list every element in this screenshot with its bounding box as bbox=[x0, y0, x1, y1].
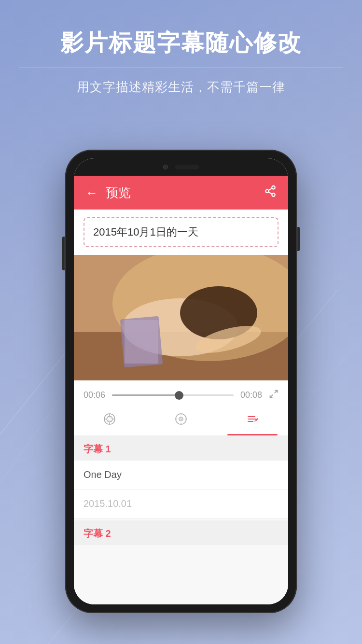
bottom-tabs bbox=[74, 407, 288, 436]
timeline-start: 00:06 bbox=[84, 390, 105, 400]
subtitle-1-title: 字幕 1 bbox=[84, 444, 111, 454]
timeline-track[interactable] bbox=[112, 394, 234, 396]
subtitle-1-field-2[interactable]: 2015.10.01 bbox=[74, 490, 288, 518]
back-button[interactable]: ← bbox=[85, 185, 98, 200]
share-button[interactable] bbox=[264, 185, 277, 200]
svg-line-8 bbox=[268, 192, 272, 194]
title-input[interactable]: 2015年10月1日的一天 bbox=[84, 217, 278, 247]
sub-title: 用文字描述精彩生活，不需千篇一律 bbox=[19, 79, 343, 96]
subtitle-list: 字幕 1 One Day 2015.10.01 字幕 2 bbox=[74, 436, 288, 604]
music-icon bbox=[174, 412, 188, 430]
subtitle-section-1-header: 字幕 1 bbox=[74, 436, 288, 461]
edit-icon bbox=[245, 412, 260, 430]
subtitle-section-2-header: 字幕 2 bbox=[74, 520, 288, 545]
subtitle-1-value-2: 2015.10.01 bbox=[84, 498, 132, 509]
timeline-thumb[interactable] bbox=[175, 391, 183, 400]
title-input-area: 2015年10月1日的一天 bbox=[74, 210, 288, 255]
phone-camera-bar bbox=[74, 158, 288, 176]
app-screen: ← 预览 2015年10月1日的一天 bbox=[74, 176, 288, 604]
top-section: 影片标题字幕随心修改 用文字描述精彩生活，不需千篇一律 bbox=[0, 29, 362, 96]
svg-rect-17 bbox=[125, 320, 158, 364]
divider bbox=[19, 68, 343, 68]
filter-icon bbox=[102, 412, 117, 430]
svg-line-19 bbox=[270, 395, 273, 398]
expand-button[interactable] bbox=[269, 389, 278, 401]
video-content-svg bbox=[74, 255, 288, 380]
timeline-fill bbox=[112, 394, 179, 396]
svg-line-36 bbox=[255, 420, 255, 422]
video-preview bbox=[74, 255, 288, 380]
subtitle-1-value-1: One Day bbox=[84, 469, 122, 480]
app-header: ← 预览 bbox=[74, 176, 288, 210]
front-camera bbox=[163, 165, 168, 169]
timeline-area: 00:06 00:08 bbox=[74, 380, 288, 407]
phone-screen: ← 预览 2015年10月1日的一天 bbox=[74, 158, 288, 604]
phone-volume-button bbox=[62, 237, 65, 270]
svg-line-18 bbox=[275, 391, 278, 393]
tab-subtitle[interactable] bbox=[217, 412, 288, 435]
header-title: 预览 bbox=[106, 184, 264, 201]
subtitle-1-field-1[interactable]: One Day bbox=[74, 461, 288, 490]
svg-point-28 bbox=[181, 419, 182, 420]
subtitle-2-title: 字幕 2 bbox=[84, 528, 111, 539]
phone-power-button bbox=[297, 227, 300, 251]
timeline-end: 00:08 bbox=[240, 390, 262, 400]
phone-device: ← 预览 2015年10月1日的一天 bbox=[65, 150, 297, 613]
phone-shell: ← 预览 2015年10月1日的一天 bbox=[65, 150, 297, 613]
tab-filter[interactable] bbox=[74, 412, 145, 435]
video-thumbnail bbox=[74, 255, 288, 380]
svg-line-9 bbox=[268, 188, 272, 190]
main-title: 影片标题字幕随心修改 bbox=[19, 29, 343, 57]
speaker-grille bbox=[175, 165, 199, 169]
tab-music[interactable] bbox=[145, 412, 217, 435]
